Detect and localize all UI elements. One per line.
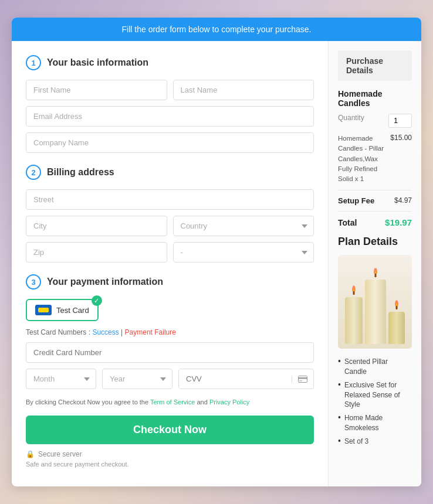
cvv-input[interactable]	[179, 369, 292, 389]
plan-feature-item: Exclusive Set for Relaxed Sense of Style	[338, 380, 412, 410]
card-check-badge: ✓	[92, 295, 102, 306]
company-row	[26, 132, 314, 153]
quantity-row: Quantity	[338, 114, 412, 128]
total-label: Total	[338, 218, 357, 227]
right-panel: Purchase Details Homemade Candles Quanti…	[329, 41, 421, 486]
cvv-wrap	[178, 369, 314, 389]
total-row: Total $19.97	[338, 217, 412, 227]
card-icon	[35, 305, 52, 315]
month-select[interactable]: Month	[26, 369, 96, 389]
failure-link[interactable]: Payment Failure	[125, 328, 176, 336]
street-row	[26, 189, 314, 210]
safe-text: Safe and secure payment checkout.	[26, 461, 314, 468]
step-1-circle: 1	[26, 55, 41, 70]
total-value: $19.97	[385, 217, 412, 227]
test-card-option[interactable]: Test Card ✓	[26, 299, 99, 321]
svg-rect-0	[299, 376, 307, 382]
email-input[interactable]	[26, 106, 314, 127]
cc-number-row	[26, 342, 314, 363]
product-desc: Homemade Candles - Pillar Candles,Wax Fu…	[338, 134, 390, 184]
plan-features-list: Scented Pillar CandleExclusive Set for R…	[338, 357, 412, 446]
year-select[interactable]: Year	[102, 369, 172, 389]
section-basic-info-title: Your basic information	[47, 57, 148, 68]
svg-rect-2	[299, 380, 302, 382]
section-billing-title: Billing address	[47, 167, 114, 178]
billing-section: 2 Billing address Country -	[26, 165, 314, 263]
plan-feature-item: Home Made Smokeless	[338, 413, 412, 433]
product-price: $15.00	[390, 134, 412, 142]
first-name-input[interactable]	[26, 80, 167, 100]
secure-label: Secure server	[38, 450, 82, 458]
state-select[interactable]: -	[173, 242, 314, 263]
card-label: Test Card	[56, 306, 89, 315]
test-card-numbers: Test Card Numbers : Success | Payment Fa…	[26, 328, 314, 336]
country-select[interactable]: Country	[173, 216, 314, 236]
section-payment: 3 Your payment information	[26, 274, 314, 290]
candle-mid	[345, 297, 363, 344]
secure-row: 🔒 Secure server	[26, 450, 314, 458]
zip-state-row: -	[26, 242, 314, 263]
credit-card-icon	[292, 376, 313, 383]
checkout-button[interactable]: Checkout Now	[26, 416, 314, 444]
name-row	[26, 80, 314, 100]
candles-image	[338, 255, 412, 349]
purchase-details-header: Purchase Details	[338, 50, 412, 81]
test-card-label: Test Card Numbers :	[26, 328, 92, 336]
candle-short	[388, 312, 405, 344]
divider-1	[338, 190, 412, 190]
candle-tall	[365, 280, 386, 344]
zip-input[interactable]	[26, 242, 167, 263]
cc-number-input[interactable]	[26, 342, 314, 363]
setup-fee-value: $4.97	[394, 196, 412, 205]
last-name-input[interactable]	[173, 80, 314, 100]
svg-rect-1	[298, 377, 307, 379]
quantity-input[interactable]	[388, 114, 412, 128]
setup-fee-row: Setup Fee $4.97	[338, 196, 412, 205]
company-input[interactable]	[26, 132, 314, 153]
terms-link[interactable]: Term of Service	[150, 399, 195, 406]
city-country-row: Country	[26, 216, 314, 236]
privacy-link[interactable]: Privacy Policy	[209, 399, 249, 406]
setup-fee-label: Setup Fee	[338, 196, 374, 205]
product-name: Homemade Candles	[338, 89, 412, 108]
quantity-label: Quantity	[338, 114, 364, 122]
city-input[interactable]	[26, 216, 167, 236]
terms-text: By clicking Checkout Now you agree to th…	[26, 397, 314, 407]
checkout-card: Fill the order form below to complete yo…	[12, 18, 421, 486]
top-banner: Fill the order form below to complete yo…	[12, 18, 421, 41]
plan-feature-item: Scented Pillar Candle	[338, 357, 412, 377]
left-panel: 1 Your basic information 2	[12, 41, 329, 486]
payment-section: 3 Your payment information Test Card ✓ T…	[26, 274, 314, 468]
street-input[interactable]	[26, 189, 314, 210]
expiry-cvv-row: Month Year	[26, 369, 314, 389]
success-link[interactable]: Success	[92, 328, 119, 336]
section-billing: 2 Billing address	[26, 165, 314, 180]
email-row	[26, 106, 314, 127]
plan-feature-item: Set of 3	[338, 437, 412, 447]
product-price-row: Homemade Candles - Pillar Candles,Wax Fu…	[338, 134, 412, 184]
candle-group	[345, 280, 405, 349]
main-content: 1 Your basic information 2	[12, 41, 421, 486]
step-3-circle: 3	[26, 274, 41, 290]
section-payment-title: Your payment information	[47, 277, 163, 287]
divider-2	[338, 211, 412, 212]
banner-text: Fill the order form below to complete yo…	[122, 25, 312, 34]
step-2-circle: 2	[26, 165, 41, 180]
section-basic-info: 1 Your basic information	[26, 55, 314, 70]
plan-details-header: Plan Details	[338, 236, 412, 248]
lock-icon: 🔒	[26, 450, 35, 458]
